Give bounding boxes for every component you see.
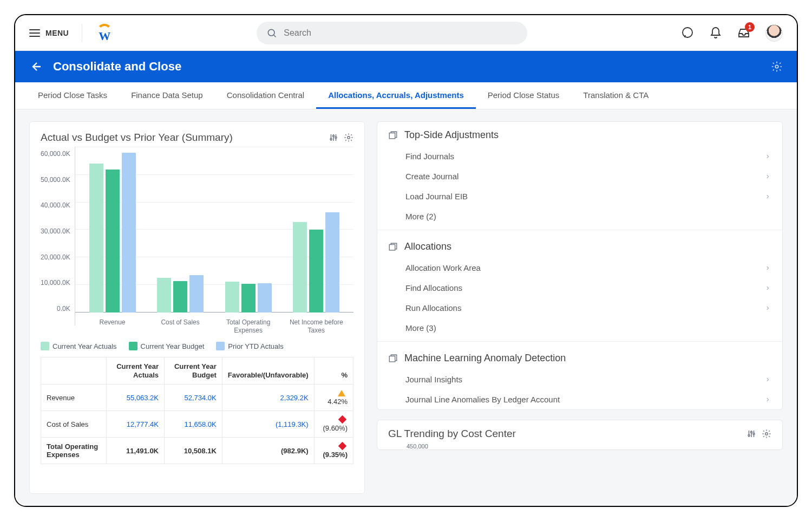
gl-trending-ytick: 450,000 xyxy=(388,443,771,450)
search-box[interactable] xyxy=(257,22,527,44)
section-link[interactable]: Load Journal EIB xyxy=(377,186,782,206)
section-link[interactable]: Journal Line Anomalies By Ledger Account xyxy=(377,389,782,409)
bar-group xyxy=(282,150,350,312)
bell-icon[interactable] xyxy=(709,27,722,40)
grid-icon xyxy=(388,131,398,140)
bar[interactable] xyxy=(241,284,256,312)
bar-chart: 60,000.0K 50,000.0K 40,000.0K 30,000.0K … xyxy=(41,147,353,325)
gl-trending-title: GL Trending by Cost Center xyxy=(388,428,516,440)
section-link[interactable]: Find Allocations xyxy=(377,278,782,298)
bar[interactable] xyxy=(325,212,339,313)
section-link[interactable]: More (3) xyxy=(377,318,782,338)
table-row: Revenue55,063.2K52,734.0K2,329.2K4.42% xyxy=(41,385,353,411)
unfavorable-icon xyxy=(338,415,347,424)
menu-label: MENU xyxy=(45,29,69,37)
card-right-sections: Top-Side AdjustmentsFind JournalsCreate … xyxy=(377,121,783,410)
bar-group xyxy=(78,150,147,312)
grid-icon xyxy=(388,354,398,363)
bar[interactable] xyxy=(106,170,120,312)
summary-table: Current Year Actuals Current Year Budget… xyxy=(41,357,353,464)
bar[interactable] xyxy=(89,164,103,312)
unfavorable-icon xyxy=(338,442,347,451)
tab-consolidation-central[interactable]: Consolidation Central xyxy=(215,82,316,109)
chevron-right-icon xyxy=(765,376,770,383)
inbox-icon[interactable]: 1 xyxy=(737,27,750,40)
section-link[interactable]: Create Journal xyxy=(377,166,782,186)
search-icon xyxy=(266,28,277,38)
bar[interactable] xyxy=(173,281,187,312)
svg-point-2 xyxy=(683,28,692,37)
bar-group xyxy=(146,150,214,312)
chevron-right-icon xyxy=(765,153,770,160)
gear-icon[interactable] xyxy=(762,429,771,439)
chevron-right-icon xyxy=(765,173,770,180)
table-row: Total Operating Expenses11,491.0K10,508.… xyxy=(41,438,353,464)
svg-point-13 xyxy=(753,433,755,435)
x-axis-labels: Revenue Cost of Sales Total Operating Ex… xyxy=(75,318,353,334)
section-title: Machine Learning Anomaly Detection xyxy=(404,353,566,364)
bar[interactable] xyxy=(225,282,239,312)
top-bar: MENU W 1 xyxy=(15,15,797,51)
tab-finance-data-setup[interactable]: Finance Data Setup xyxy=(119,82,215,109)
grid-icon xyxy=(388,242,398,252)
svg-point-5 xyxy=(333,135,335,137)
content-area: Actual vs Budget vs Prior Year (Summary)… xyxy=(15,109,797,506)
bar[interactable] xyxy=(258,283,272,313)
tab-period-close-tasks[interactable]: Period Close Tasks xyxy=(26,82,119,109)
table-row: Cost of Sales12,777.4K11,658.0K(1,119.3K… xyxy=(41,411,353,438)
svg-point-6 xyxy=(335,137,337,139)
inbox-badge: 1 xyxy=(745,22,755,32)
svg-rect-10 xyxy=(389,356,395,362)
chevron-right-icon xyxy=(765,396,770,403)
divider xyxy=(82,24,82,42)
menu-button[interactable]: MENU xyxy=(29,29,69,37)
chevron-right-icon xyxy=(765,284,770,292)
section-link[interactable]: Run Allocations xyxy=(377,298,782,318)
svg-point-14 xyxy=(765,433,768,435)
bar[interactable] xyxy=(293,222,307,313)
bar[interactable] xyxy=(189,275,204,313)
svg-point-7 xyxy=(348,136,350,139)
tab-strip: Period Close Tasks Finance Data Setup Co… xyxy=(15,82,797,109)
card-gl-trending: GL Trending by Cost Center 450,000 xyxy=(377,420,783,450)
chevron-right-icon xyxy=(765,193,770,200)
bar[interactable] xyxy=(309,230,323,312)
chevron-right-icon xyxy=(765,264,770,272)
sliders-icon[interactable] xyxy=(746,429,756,439)
svg-point-0 xyxy=(269,29,275,36)
svg-point-11 xyxy=(748,435,750,437)
search-input[interactable] xyxy=(284,28,518,38)
section-link[interactable]: Journal Insights xyxy=(377,369,782,389)
sliders-icon[interactable] xyxy=(329,133,338,142)
tab-period-close-status[interactable]: Period Close Status xyxy=(476,82,572,109)
section-header: Top-Side Adjustments xyxy=(377,122,782,146)
chart-legend: Current Year Actuals Current Year Budget… xyxy=(41,342,353,350)
tab-translation-cta[interactable]: Translation & CTA xyxy=(571,82,660,109)
svg-point-4 xyxy=(330,139,332,140)
section-title: Top-Side Adjustments xyxy=(404,129,499,141)
svg-point-3 xyxy=(775,65,778,68)
page-title: Consolidate and Close xyxy=(53,60,181,74)
page-header: Consolidate and Close xyxy=(15,51,797,82)
section-link[interactable]: Find Journals xyxy=(377,146,782,166)
bar[interactable] xyxy=(122,153,136,312)
svg-rect-8 xyxy=(389,133,395,139)
y-axis: 60,000.0K 50,000.0K 40,000.0K 30,000.0K … xyxy=(41,147,75,325)
hamburger-icon xyxy=(29,29,40,37)
bar[interactable] xyxy=(157,278,171,312)
avatar[interactable] xyxy=(765,24,783,42)
gear-icon[interactable] xyxy=(344,133,353,142)
page-settings-gear-icon[interactable] xyxy=(771,61,783,73)
svg-rect-9 xyxy=(389,244,395,250)
card-actual-vs-budget: Actual vs Budget vs Prior Year (Summary)… xyxy=(29,121,365,494)
tab-allocations-accruals-adjustments[interactable]: Allocations, Accruals, Adjustments xyxy=(316,82,476,109)
chat-icon[interactable] xyxy=(681,27,694,40)
section-link[interactable]: Allocation Work Area xyxy=(377,258,782,278)
back-arrow-icon[interactable] xyxy=(29,60,42,73)
svg-line-1 xyxy=(274,35,276,37)
svg-point-12 xyxy=(751,432,752,433)
workday-logo[interactable]: W xyxy=(95,24,114,42)
section-title: Allocations xyxy=(404,241,451,252)
section-link[interactable]: More (2) xyxy=(377,206,782,226)
section-header: Allocations xyxy=(377,233,782,258)
